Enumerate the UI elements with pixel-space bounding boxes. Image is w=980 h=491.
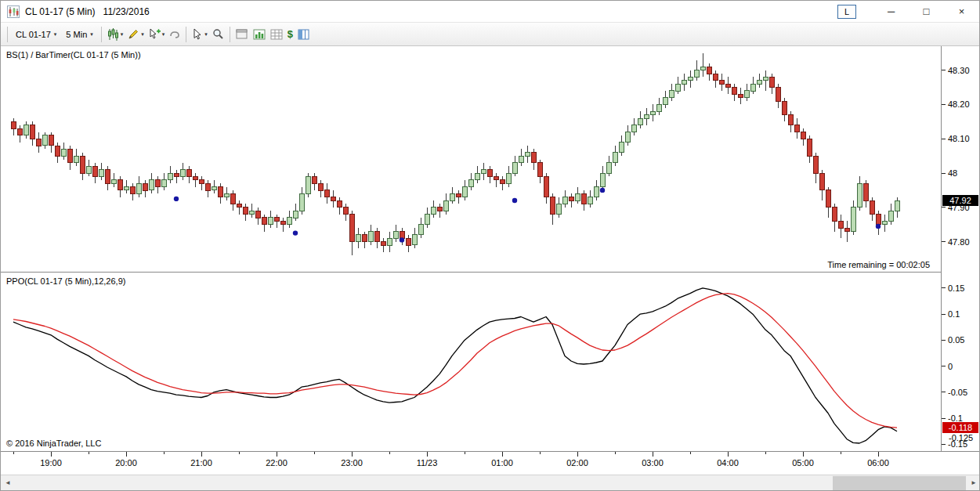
x-axis-label: 05:00 [792,458,814,468]
pointer-add-icon [149,28,161,40]
ppo-signal-badge: -0.118 [942,422,978,433]
close-button[interactable]: × [944,1,979,22]
x-axis-label: 19:00 [40,458,62,468]
account-button[interactable]: $ [285,25,295,44]
x-axis-minor-tick [314,452,315,454]
copyright-label: © 2016 NinjaTrader, LLC [6,439,101,448]
scroll-right-button[interactable]: ► [967,475,980,490]
chevron-down-icon: ▾ [121,31,124,37]
chevron-down-icon: ▾ [90,31,93,37]
instrument-label: CL 01-17 [16,30,51,39]
y-axis-tick-label: 48.20 [942,99,970,110]
x-axis-label: 01:00 [491,458,513,468]
y-axis-tick-label: 48.10 [942,134,970,144]
chart-area: BS(1) / BarTimer(CL 01-17 (5 Min)) Time … [1,46,980,476]
x-axis-tick [653,452,653,457]
x-axis-label: 04:00 [717,458,739,468]
y-axis-tick-label: 0.1 [942,309,960,320]
x-axis-minor-tick [465,452,465,454]
cursor-icon [192,28,203,40]
x-axis-minor-tick [89,452,89,454]
lasso-icon [169,29,180,40]
x-axis-minor-tick [690,452,691,454]
x-axis-label: 02:00 [566,458,588,468]
ppo-signal-value: -0.118 [949,423,972,432]
time-axis[interactable]: 19:0020:0021:0022:0023:0011/2301:0002:00… [1,451,980,476]
x-axis-tick [577,452,578,457]
x-axis-label: 11/23 [417,458,438,468]
x-axis-tick [126,452,127,457]
price-chart[interactable] [1,46,941,273]
link-button[interactable]: L [837,5,856,19]
x-axis-tick [201,452,202,457]
toolbar-separator [101,27,102,42]
maximize-button[interactable]: □ [909,1,944,22]
horizontal-scrollbar: ◄ ► [1,475,980,490]
columns-icon [298,29,309,40]
app-icon [7,5,20,18]
window-layout-icon [236,29,248,40]
x-axis-minor-tick [164,452,165,454]
scrollbar-thumb[interactable] [833,476,966,490]
x-axis-label: 23:00 [341,458,363,468]
chevron-down-icon: ▾ [141,31,144,37]
toolbar-separator [230,27,230,42]
x-axis-tick [502,452,503,457]
x-axis-tick [878,452,879,457]
toolbar: CL 01-17 ▾ 5 Min ▾ ▾ ▾ [1,23,979,46]
x-axis-tick [277,452,277,457]
x-axis-label: 21:00 [190,458,212,468]
data-grid-button[interactable] [268,25,285,44]
chart-trader-button[interactable] [251,25,268,44]
x-axis-label: 20:00 [115,458,137,468]
instrument-selector[interactable]: CL 01-17 ▾ [11,27,61,42]
interval-selector[interactable]: 5 Min ▾ [61,27,97,42]
scroll-left-button[interactable]: ◄ [1,475,15,490]
minimize-button[interactable]: ─ [873,1,909,22]
add-indicator-button[interactable]: ▾ [146,25,168,44]
price-axis[interactable]: 47.92 -0.118 -0.125 48.3048.2048.104847.… [941,46,980,476]
panel-button[interactable] [295,25,312,44]
chevron-down-icon: ▾ [54,31,57,37]
price-indicator-label: BS(1) / BarTimer(CL 01-17 (5 Min)) [6,50,141,60]
x-axis-minor-tick [615,452,616,454]
x-axis-label: 06:00 [867,458,889,468]
y-axis-tick-label: -0.05 [942,387,967,397]
y-axis-tick-label: -0.15 [942,439,967,449]
layout-button[interactable] [233,25,251,44]
toolbar-separator [7,27,8,42]
chart-style-button[interactable]: ▾ [105,25,126,44]
chevron-down-icon: ▾ [162,31,165,37]
x-axis-minor-tick [841,452,841,454]
x-axis-minor-tick [765,452,766,454]
window-title: CL 01-17 (5 Min) [25,6,96,17]
y-axis-tick-label: 47.80 [942,236,970,247]
x-axis-tick [352,452,353,457]
magnifier-icon [212,28,224,40]
x-axis-tick [728,452,729,457]
chevron-down-icon: ▾ [204,31,208,37]
y-axis-tick-label: 0.05 [942,335,964,345]
window-title-date: 11/23/2016 [103,6,150,17]
region-tool-button[interactable] [167,25,183,44]
x-axis-tick [803,452,804,457]
cursor-button[interactable]: ▾ [190,25,210,44]
y-axis-tick-label: 48.30 [942,65,970,75]
drawing-tools-button[interactable]: ▾ [125,25,146,44]
dollar-icon: $ [287,28,293,40]
bar-chart-icon [253,29,266,40]
y-axis-tick-label: 47.90 [942,202,970,212]
toolbar-separator [186,27,186,42]
y-axis-tick-label: 48 [942,168,957,179]
y-axis-tick-label: 0 [942,361,953,371]
ppo-panel: PPO(CL 01-17 (5 Min),12,26,9) © 2016 Nin… [1,273,941,451]
ppo-chart[interactable] [1,273,941,451]
grid-icon [270,29,283,40]
ppo-indicator-label: PPO(CL 01-17 (5 Min),12,26,9) [6,276,125,286]
x-axis-label: 22:00 [266,458,287,468]
x-axis-label: 03:00 [642,458,664,468]
interval-label: 5 Min [66,30,87,39]
x-axis-minor-tick [13,452,14,454]
zoom-button[interactable] [210,25,226,44]
y-axis-tick-label: -0.1 [942,413,963,424]
